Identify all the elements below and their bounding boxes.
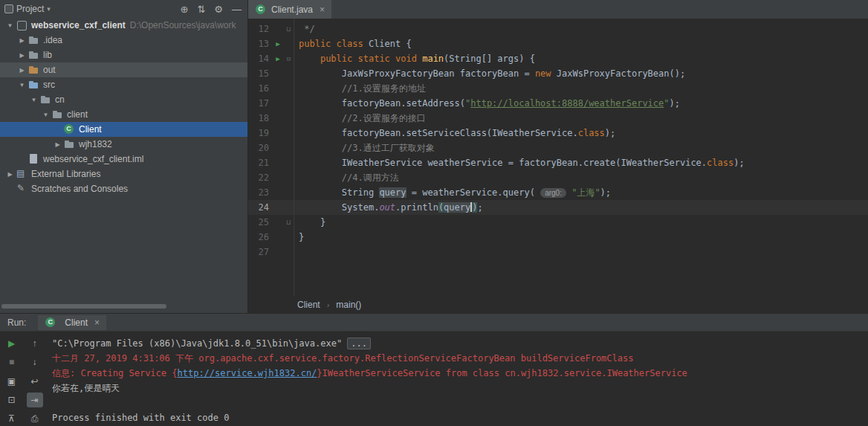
code-token: public class — [299, 39, 369, 49]
down-stack-trace-button[interactable]: ↓ — [27, 355, 43, 369]
line-number: 16 — [248, 81, 272, 96]
code-editor[interactable]: 12⊔ */13▶public class Client {14▶⊟ publi… — [248, 19, 868, 297]
tree-item-path: D:\OpenSources\java\work — [130, 20, 236, 30]
code-token: } — [299, 232, 304, 242]
tree-toggle-icon[interactable]: ▶ — [52, 141, 63, 148]
code-link[interactable]: http://localhost:8888/weatherService — [470, 98, 664, 109]
code-token: System. — [299, 202, 379, 213]
code-token: (String[] args) { — [444, 54, 535, 64]
code-line-16: 16 //1.设置服务的地址 — [248, 81, 868, 96]
code-text: IWeatherService weatherService = factory… — [294, 155, 745, 170]
tree-toggle-icon[interactable]: ▶ — [16, 67, 27, 74]
run-tab-client[interactable]: Client × — [38, 315, 106, 330]
fold-icon[interactable]: ⊔ — [284, 215, 294, 230]
scroll-to-end-button[interactable]: ⇥ — [27, 393, 43, 407]
line-number: 14 — [248, 51, 272, 66]
tree-item-cn[interactable]: ▼cn — [0, 92, 247, 107]
console-output[interactable]: "C:\Program Files (x86)\Java\jdk1.8.0_51… — [46, 332, 868, 426]
gutter-spacer — [272, 96, 284, 111]
fold-spacer — [284, 126, 294, 141]
code-token: //4.调用方法 — [299, 172, 399, 183]
param-hint: arg0: — [540, 188, 566, 198]
gutter-spacer — [272, 81, 284, 96]
line-number: 19 — [248, 126, 272, 141]
folded-text-badge[interactable]: ... — [347, 338, 371, 349]
tree-toggle-icon[interactable]: ▶ — [4, 171, 16, 178]
stop-button[interactable]: ■ — [4, 355, 20, 369]
tree-toggle-icon[interactable]: ▼ — [16, 82, 27, 88]
run-toolbar: ▶■▣⊡⊼ — [0, 332, 23, 426]
tree-item-wjh1832[interactable]: ▶wjh1832 — [0, 137, 247, 152]
console-line-5 — [52, 396, 868, 410]
fold-icon[interactable]: ⊟ — [284, 51, 294, 66]
gutter-spacer — [272, 245, 284, 259]
code-token: ); — [605, 128, 615, 138]
fold-spacer — [284, 245, 294, 259]
tree-item-src[interactable]: ▼src — [0, 77, 247, 92]
rerun-button[interactable]: ▶ — [4, 336, 20, 351]
gear-icon[interactable]: ⚙ — [214, 4, 223, 14]
package-icon — [63, 138, 75, 150]
restore-layout-button[interactable]: ⊡ — [4, 393, 20, 407]
tree-item-webservice-cxf-client-iml[interactable]: webservice_cxf_client.iml — [0, 152, 247, 167]
fold-spacer — [284, 81, 294, 96]
tree-item-lib[interactable]: ▶lib — [0, 48, 247, 62]
thread-dump-button[interactable]: ▣ — [4, 373, 20, 388]
tree-item-label: Scratches and Consoles — [31, 184, 128, 194]
code-token: JaxWsProxyFactoryBean(); — [551, 68, 686, 79]
ide-window: Project ▾ ⊕⇅⚙— ▼webservice_cxf_clientD:\… — [0, 0, 868, 426]
tree-item-label: lib — [43, 50, 52, 60]
pin-tab-button[interactable]: ⊼ — [4, 411, 20, 426]
class-icon — [45, 317, 56, 329]
close-icon[interactable]: × — [320, 4, 325, 15]
tree-item-out[interactable]: ▶out — [0, 62, 247, 77]
print-button[interactable]: ⎙ — [27, 411, 43, 426]
breadcrumb-item[interactable]: Client — [297, 300, 320, 310]
project-horizontal-scrollbar[interactable] — [1, 304, 166, 309]
hide-panel-icon[interactable]: — — [232, 4, 242, 14]
tree-toggle-icon[interactable]: ▶ — [16, 37, 27, 44]
tree-toggle-icon[interactable]: ▶ — [16, 52, 27, 59]
soft-wrap-button[interactable]: ↩ — [27, 373, 43, 388]
code-text: public class Client { — [294, 36, 412, 51]
chevron-down-icon: ▾ — [47, 5, 51, 13]
tree-item-external-libraries[interactable]: ▶External Libraries — [0, 167, 247, 181]
up-stack-trace-button[interactable]: ↑ — [27, 336, 43, 351]
run-line-icon[interactable]: ▶ — [272, 36, 284, 51]
line-number: 15 — [248, 66, 272, 81]
tree-item-scratches-and-consoles[interactable]: Scratches and Consoles — [0, 181, 247, 196]
code-line-25: 25⊔ } — [248, 215, 868, 230]
tree-toggle-icon[interactable]: ▼ — [28, 97, 39, 103]
code-token: //2.设置服务的接口 — [299, 113, 426, 123]
tree-item-client[interactable]: ▼client — [0, 107, 247, 122]
code-line-20: 20 //3.通过工厂获取对象 — [248, 141, 868, 155]
fold-spacer — [284, 36, 294, 51]
code-token — [299, 54, 320, 64]
console-link[interactable]: http://service.wjh1832.cn/ — [178, 368, 317, 378]
code-token: factoryBean.setServiceClass(IWeatherServ… — [299, 128, 578, 138]
run-line-icon[interactable]: ▶ — [272, 51, 284, 66]
tab-client-java[interactable]: Client.java × — [248, 0, 331, 19]
libraries-icon — [16, 168, 27, 180]
tree-toggle-icon[interactable]: ▼ — [4, 22, 16, 29]
locate-file-icon[interactable]: ⊕ — [181, 4, 189, 14]
fold-icon[interactable]: ⊔ — [284, 22, 294, 36]
code-line-14: 14▶⊟ public static void main(String[] ar… — [248, 51, 868, 66]
gutter-spacer — [272, 170, 284, 185]
close-icon[interactable]: × — [94, 317, 100, 328]
tree-item--idea[interactable]: ▶.idea — [0, 33, 247, 48]
project-view-dropdown[interactable]: Project ▾ — [4, 4, 51, 14]
code-text: System.out.println(query); — [294, 200, 483, 215]
gutter-spacer — [272, 22, 284, 36]
tree-item-label: External Libraries — [31, 169, 100, 179]
breadcrumb-item[interactable]: main() — [336, 300, 361, 310]
code-text: */ — [294, 22, 315, 36]
tree-toggle-icon[interactable]: ▼ — [40, 112, 51, 118]
tree-item-webservice-cxf-client[interactable]: ▼webservice_cxf_clientD:\OpenSources\jav… — [0, 18, 247, 33]
run-panel-header: Run: Client × — [0, 314, 868, 332]
console-line-4: 你若在,便是晴天 — [52, 381, 868, 396]
collapse-all-icon[interactable]: ⇅ — [197, 4, 205, 14]
code-token: public static void — [320, 54, 422, 64]
tree-item-client[interactable]: Client — [0, 122, 247, 137]
project-panel-header: Project ▾ ⊕⇅⚙— — [0, 0, 247, 18]
